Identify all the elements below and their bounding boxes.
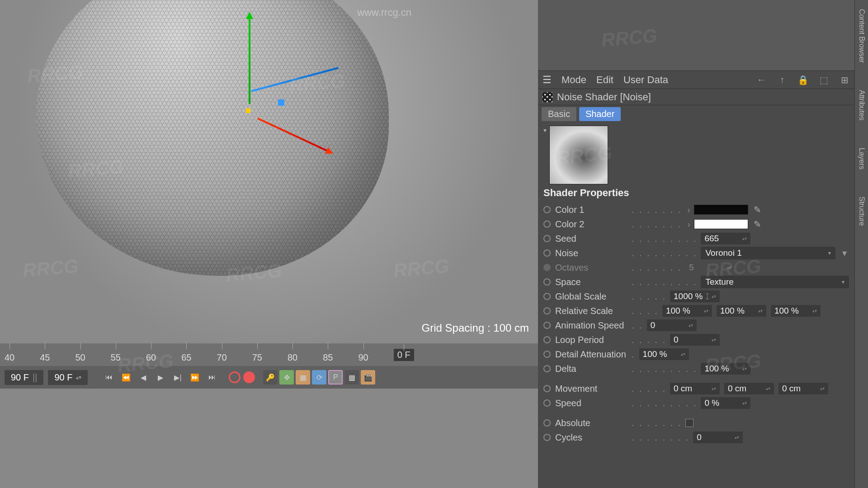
space-label: Space (555, 277, 630, 287)
record-button[interactable] (229, 371, 241, 383)
axis-x[interactable] (257, 117, 332, 154)
new-window-icon[interactable]: ⬚ (818, 75, 829, 85)
section-header: Shader Properties (543, 187, 849, 199)
anim-dot[interactable] (543, 399, 551, 407)
detail-field[interactable]: 100 %▴▾ (639, 348, 689, 360)
anim-dot[interactable] (543, 307, 551, 314)
tab-basic[interactable]: Basic (542, 107, 576, 121)
expand-icon[interactable]: ▾ (840, 248, 849, 258)
tick: 80 (288, 347, 297, 363)
axis-origin-cube[interactable] (278, 99, 284, 106)
step-fwd-key-button[interactable]: ⏩ (187, 370, 203, 385)
movement-x-field[interactable]: 0 cm▴▾ (670, 383, 720, 394)
grid-key-icon[interactable]: ▩ (344, 370, 359, 385)
anim-dot[interactable] (543, 221, 551, 228)
anim-dot[interactable] (543, 434, 551, 441)
anim-dot[interactable] (543, 419, 551, 427)
anim-dot[interactable] (543, 336, 551, 343)
timeline-ruler[interactable]: 40 45 50 55 60 65 70 75 80 85 90 0 F (0, 343, 538, 366)
goto-end-button[interactable]: ⏭ (204, 370, 220, 385)
global-scale-label: Global Scale (555, 291, 630, 302)
current-frame-field[interactable]: 90 F|| (5, 370, 43, 385)
goto-start-button[interactable]: ⏮ (101, 370, 117, 385)
anim-dot[interactable] (543, 293, 551, 300)
noise-label: Noise (555, 248, 630, 258)
param-key-icon[interactable]: P (328, 370, 343, 385)
speed-field[interactable]: 0 %▴▾ (701, 397, 750, 409)
loop-field[interactable]: 0▴▾ (670, 334, 720, 346)
eyedropper-icon[interactable]: ✎ (753, 205, 763, 215)
anim-dot[interactable] (543, 322, 551, 329)
mode-menu[interactable]: Mode (561, 74, 586, 86)
anim-dot[interactable] (543, 365, 551, 372)
anim-dot[interactable] (543, 206, 551, 213)
rel-scale-x-field[interactable]: 100 %▴▾ (662, 305, 712, 317)
axis-y-handle[interactable] (246, 108, 250, 113)
total-frame-field[interactable]: 90 F▴▾ (48, 370, 88, 385)
rotate-key-icon[interactable]: ⟳ (312, 370, 326, 385)
play-button[interactable]: ▶ (153, 370, 168, 385)
movement-y-field[interactable]: 0 cm▴▾ (724, 383, 774, 394)
step-fwd-button[interactable]: ▶| (170, 370, 185, 385)
noise-shader-icon (542, 92, 552, 102)
delta-field[interactable]: 100 %▴▾ (701, 363, 750, 375)
tick: 50 (75, 347, 85, 363)
attribute-panel: ☰ Mode Edit User Data ← ↑ 🔒 ⬚ ⊞ Noise Sh… (538, 0, 854, 488)
global-scale-field[interactable]: 1000 %𝙸▴▾ (670, 291, 720, 302)
tab-layers[interactable]: Layers (858, 148, 866, 169)
loop-label: Loop Period (555, 335, 630, 345)
color1-swatch[interactable] (694, 205, 748, 215)
anim-speed-label: Animation Speed (555, 320, 630, 331)
object-title: Noise Shader [Noise] (557, 91, 651, 103)
tab-shader[interactable]: Shader (579, 107, 621, 121)
cycles-field[interactable]: 0▴▾ (693, 432, 743, 443)
hamburger-icon[interactable]: ☰ (542, 74, 552, 86)
tab-attributes[interactable]: Attributes (858, 90, 866, 121)
axis-y[interactable] (249, 14, 250, 104)
back-icon[interactable]: ← (756, 75, 767, 85)
anim-dot[interactable] (543, 351, 551, 358)
scale-key-icon[interactable]: ▦ (296, 370, 310, 385)
movement-z-field[interactable]: 0 cm▴▾ (778, 383, 828, 394)
seed-label: Seed (555, 234, 630, 244)
eyedropper-icon[interactable]: ✎ (753, 219, 763, 229)
anim-speed-field[interactable]: 0▴▾ (647, 319, 697, 331)
render-icon[interactable]: 🎬 (361, 370, 375, 385)
timeline-end-marker: 0 F (394, 349, 414, 361)
tab-content-browser[interactable]: Content Browser (858, 9, 866, 63)
lock-icon[interactable]: 🔒 (797, 75, 808, 85)
key-selection-icon[interactable]: 🔑 (263, 370, 278, 385)
anim-dot[interactable] (543, 278, 551, 286)
axis-gizmo[interactable] (226, 14, 362, 149)
tick: 60 (146, 347, 156, 363)
anim-dot[interactable] (543, 235, 551, 242)
tick: 65 (181, 347, 191, 363)
edit-menu[interactable]: Edit (596, 74, 613, 86)
autokey-button[interactable] (243, 371, 255, 383)
seed-field[interactable]: 665▴▾ (701, 233, 750, 244)
noise-type-dropdown[interactable]: Voronoi 1▾ (701, 247, 835, 259)
tick: 40 (5, 347, 14, 363)
object-title-row: Noise Shader [Noise] (538, 89, 854, 105)
color2-swatch[interactable] (694, 219, 748, 229)
step-back-button[interactable]: ◀ (136, 370, 151, 385)
move-key-icon[interactable]: ✥ (279, 370, 294, 385)
tick: 45 (40, 347, 50, 363)
rel-scale-y-field[interactable]: 100 %▴▾ (717, 305, 766, 317)
anim-dot[interactable] (543, 385, 551, 392)
noise-preview[interactable] (549, 126, 608, 184)
anim-dot[interactable] (543, 249, 551, 257)
add-icon[interactable]: ⊞ (839, 75, 850, 85)
collapse-toggle-icon[interactable]: ▾ (543, 126, 547, 134)
absolute-checkbox[interactable] (685, 419, 693, 427)
viewport-3d[interactable]: www.rrcg.cn Grid Spacing : 100 cm 40 45 … (0, 0, 538, 488)
color1-label: Color 1 (555, 205, 630, 215)
tab-structure[interactable]: Structure (858, 197, 866, 226)
step-back-key-button[interactable]: ⏪ (118, 370, 134, 385)
space-dropdown[interactable]: Texture▾ (701, 276, 849, 288)
tick: 85 (323, 347, 333, 363)
user-data-menu[interactable]: User Data (623, 74, 668, 86)
axis-z[interactable] (250, 67, 338, 92)
up-icon[interactable]: ↑ (777, 75, 788, 85)
rel-scale-z-field[interactable]: 100 %▴▾ (771, 305, 821, 317)
